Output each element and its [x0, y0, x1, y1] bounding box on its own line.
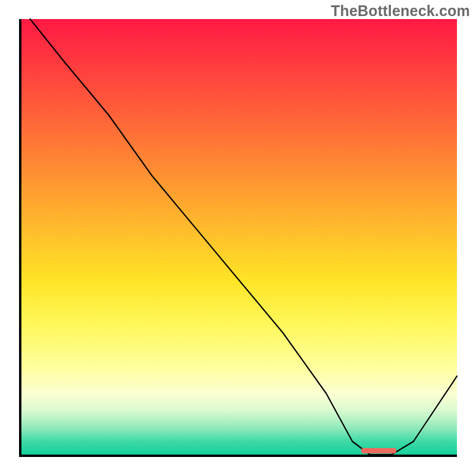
watermark-text: TheBottleneck.com — [331, 2, 470, 20]
bottleneck-curve — [21, 19, 457, 455]
optimal-range-marker — [361, 448, 396, 453]
plot-area — [19, 19, 457, 457]
chart-container: TheBottleneck.com — [0, 0, 476, 476]
curve-path — [30, 19, 457, 455]
